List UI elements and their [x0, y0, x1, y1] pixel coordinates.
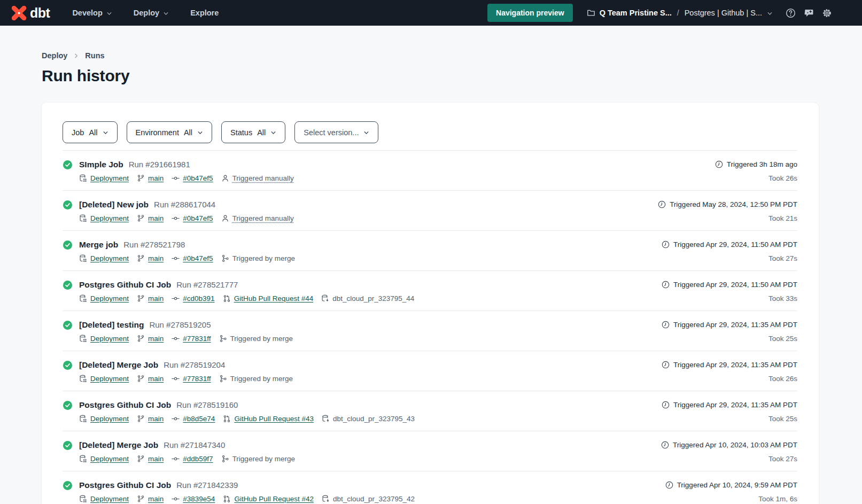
environment-filter[interactable]: Environment All — [127, 121, 213, 143]
help-icon — [786, 8, 796, 18]
schema-item: dbt_cloud_pr_323795_43 — [322, 415, 415, 423]
environment-icon — [79, 415, 87, 423]
run-row[interactable]: Postgres Github CI Job Run #278519160 De… — [63, 391, 797, 431]
run-main: Merge job Run #278521798 Deployment main… — [79, 240, 662, 262]
run-row[interactable]: Postgres Github CI Job Run #271842339 De… — [63, 471, 797, 504]
branch-link[interactable]: main — [148, 294, 164, 303]
branch-link[interactable]: main — [148, 375, 164, 383]
job-filter[interactable]: Job All — [63, 121, 118, 143]
nav-menu-develop[interactable]: Develop — [72, 9, 112, 17]
breadcrumb-deploy[interactable]: Deploy — [42, 51, 67, 60]
nav-menu-explore[interactable]: Explore — [190, 9, 219, 17]
environment-icon — [79, 174, 87, 182]
job-name[interactable]: Postgres Github CI Job — [79, 480, 171, 490]
environment-link[interactable]: Deployment — [90, 495, 129, 503]
run-row[interactable]: Merge job Run #278521798 Deployment main… — [63, 231, 797, 271]
job-name[interactable]: Postgres Github CI Job — [79, 280, 171, 290]
run-row[interactable]: Postgres Github CI Job Run #278521777 De… — [63, 271, 797, 311]
environment-item: Deployment — [79, 335, 129, 343]
job-name[interactable]: [Deleted] testing — [79, 320, 144, 330]
run-main: [Deleted] New job Run #288617044 Deploym… — [79, 200, 658, 222]
project-selector[interactable]: Q Team Pristine S... / Postgres | Github… — [587, 9, 773, 17]
version-filter[interactable]: Select version... — [294, 121, 378, 143]
branch-link[interactable]: main — [148, 495, 164, 503]
breadcrumb-runs[interactable]: Runs — [85, 51, 104, 60]
merge-icon — [221, 455, 229, 463]
run-meta: Deployment main #0b47ef5 Triggered by me… — [79, 254, 662, 262]
branch-link[interactable]: main — [148, 455, 164, 463]
run-duration: Took 25s — [662, 415, 797, 423]
run-row[interactable]: SImple Job Run #291661981 Deployment mai… — [63, 151, 797, 191]
run-number: Run #278519160 — [176, 400, 238, 409]
environment-link[interactable]: Deployment — [90, 254, 129, 262]
commit-link[interactable]: #77831ff — [183, 335, 211, 343]
run-title-line: [Deleted] Merge Job Run #271847340 — [79, 440, 661, 450]
environment-link[interactable]: Deployment — [90, 174, 129, 182]
branch-item: main — [137, 495, 164, 503]
commit-link[interactable]: #b8d5e74 — [183, 415, 215, 423]
run-right: Triggered Apr 29, 2024, 11:35 AM PDT Too… — [662, 320, 797, 343]
triggered-line: Triggered Apr 29, 2024, 11:35 AM PDT — [662, 321, 797, 329]
commit-link[interactable]: #0b47ef5 — [183, 214, 213, 222]
branch-link[interactable]: main — [148, 174, 164, 182]
job-name[interactable]: Postgres Github CI Job — [79, 400, 171, 410]
navigation-preview-button[interactable]: Navigation preview — [487, 4, 573, 22]
nav-menu-deploy[interactable]: Deploy — [134, 9, 169, 17]
page-title: Run history — [42, 67, 862, 85]
clock-icon — [665, 481, 673, 489]
run-row[interactable]: [Deleted] New job Run #288617044 Deploym… — [63, 191, 797, 231]
main-nav-menus: Develop Deploy Explore — [72, 9, 219, 17]
clock-icon — [658, 200, 666, 208]
status-filter-value: All — [257, 128, 266, 137]
settings-button[interactable] — [822, 8, 832, 18]
job-filter-label: Job — [72, 128, 84, 137]
nav-menu-explore-label: Explore — [190, 9, 219, 17]
run-success-icon — [63, 321, 72, 330]
job-name[interactable]: SImple Job — [79, 160, 123, 169]
pull-request-icon — [223, 415, 231, 423]
job-name[interactable]: [Deleted] New job — [79, 200, 149, 210]
environment-icon — [79, 294, 87, 303]
triggered-line: Triggered Apr 29, 2024, 11:50 AM PDT — [662, 241, 797, 249]
pull-request-link[interactable]: GitHub Pull Request #44 — [234, 294, 314, 303]
clock-icon — [662, 281, 670, 289]
chevron-down-icon — [163, 11, 169, 17]
project-name: Q Team Pristine S... — [600, 9, 672, 17]
environment-link[interactable]: Deployment — [90, 375, 129, 383]
run-row[interactable]: [Deleted] Merge Job Run #271847340 Deplo… — [63, 431, 797, 471]
commit-link[interactable]: #0b47ef5 — [183, 174, 213, 182]
dbt-logo[interactable]: dbt — [12, 5, 50, 21]
branch-link[interactable]: main — [148, 335, 164, 343]
feedback-button[interactable] — [804, 8, 814, 18]
environment-link[interactable]: Deployment — [90, 294, 129, 303]
help-button[interactable] — [786, 8, 796, 18]
pull-request-link[interactable]: GitHub Pull Request #43 — [234, 415, 314, 423]
pull-request-link[interactable]: GitHub Pull Request #42 — [234, 495, 314, 503]
status-filter[interactable]: Status All — [221, 121, 285, 143]
branch-link[interactable]: main — [148, 254, 164, 262]
dbt-logo-icon — [12, 6, 26, 20]
branch-link[interactable]: main — [148, 415, 164, 423]
commit-link[interactable]: #cd0b391 — [183, 294, 214, 303]
commit-link[interactable]: #3839e54 — [183, 495, 215, 503]
clock-icon — [662, 361, 670, 369]
triggered-at: Triggered Apr 29, 2024, 11:50 AM PDT — [673, 241, 797, 249]
branch-icon — [137, 214, 145, 222]
run-main: [Deleted] Merge Job Run #271847340 Deplo… — [79, 440, 661, 463]
job-name[interactable]: [Deleted] Merge Job — [79, 440, 158, 450]
commit-link[interactable]: #77831ff — [183, 375, 211, 383]
run-row[interactable]: [Deleted] testing Run #278519205 Deploym… — [63, 311, 797, 351]
branch-link[interactable]: main — [148, 214, 164, 222]
branch-item: main — [137, 455, 164, 463]
environment-link[interactable]: Deployment — [90, 335, 129, 343]
commit-link[interactable]: #0b47ef5 — [183, 254, 213, 262]
commit-link[interactable]: #ddb59f7 — [183, 455, 213, 463]
job-name[interactable]: Merge job — [79, 240, 118, 250]
environment-link[interactable]: Deployment — [90, 455, 129, 463]
environment-link[interactable]: Deployment — [90, 415, 129, 423]
environment-link[interactable]: Deployment — [90, 214, 129, 222]
gear-icon — [822, 8, 832, 18]
run-row[interactable]: [Deleted] Merge Job Run #278519204 Deplo… — [63, 351, 797, 391]
trigger-label: Triggered manually — [232, 214, 294, 222]
job-name[interactable]: [Deleted] Merge Job — [79, 360, 158, 370]
